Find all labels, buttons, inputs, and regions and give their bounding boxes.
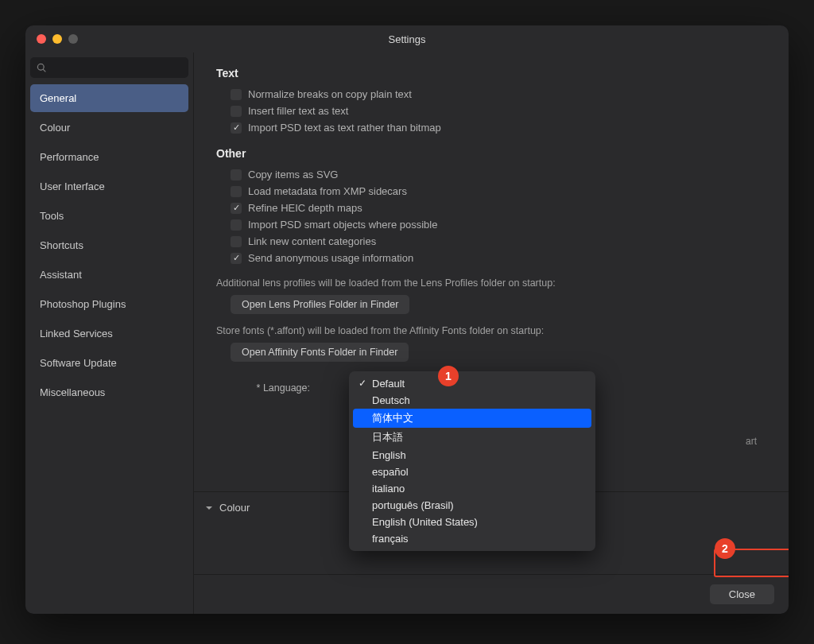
checkbox-icon[interactable] xyxy=(231,236,242,247)
opt-insert-filler[interactable]: Insert filler text as text xyxy=(216,103,766,119)
checkbox-label: Normalize breaks on copy plain text xyxy=(248,88,412,100)
window-title: Settings xyxy=(25,33,789,45)
settings-window: Settings General Colour Performance User… xyxy=(25,25,789,614)
sidebar-item-general[interactable]: General xyxy=(30,84,188,112)
checkbox-label: Copy items as SVG xyxy=(248,169,338,180)
search-icon xyxy=(37,63,47,73)
checkbox-label: Insert filler text as text xyxy=(248,105,348,117)
language-label: * Language: xyxy=(216,382,310,394)
sidebar-item-colour[interactable]: Colour xyxy=(30,114,188,142)
restart-hint-partial: art xyxy=(746,436,757,447)
language-option-espanol[interactable]: español xyxy=(353,464,591,480)
language-option-default[interactable]: Default xyxy=(353,375,591,392)
close-window-icon[interactable] xyxy=(37,34,46,44)
checkbox-label: Link new content categories xyxy=(248,235,376,247)
language-option-simplified-chinese[interactable]: 简体中文 xyxy=(353,409,591,428)
checkbox-icon[interactable] xyxy=(231,122,242,134)
opt-import-psd-text[interactable]: Import PSD text as text rather than bitm… xyxy=(216,119,766,136)
checkbox-icon[interactable] xyxy=(231,203,242,214)
colour-section-label: Colour xyxy=(219,502,250,514)
checkbox-icon[interactable] xyxy=(231,219,242,231)
section-other-heading: Other xyxy=(216,147,766,160)
open-affinity-fonts-button[interactable]: Open Affinity Fonts Folder in Finder xyxy=(231,343,409,362)
language-option-italiano[interactable]: italiano xyxy=(353,480,591,497)
checkbox-label: Load metadata from XMP sidecars xyxy=(248,185,407,197)
opt-psd-smart-objects[interactable]: Import PSD smart objects where possible xyxy=(216,216,766,233)
minimize-window-icon[interactable] xyxy=(52,34,62,44)
checkbox-icon[interactable] xyxy=(231,253,242,264)
sidebar-item-performance[interactable]: Performance xyxy=(30,143,188,171)
lens-profiles-desc: Additional lens profiles will be loaded … xyxy=(216,277,766,289)
opt-anon-usage[interactable]: Send anonymous usage information xyxy=(216,250,766,266)
sidebar: General Colour Performance User Interfac… xyxy=(25,52,194,614)
sidebar-item-user-interface[interactable]: User Interface xyxy=(30,173,188,200)
language-dropdown[interactable]: Default Deutsch 简体中文 日本語 English español… xyxy=(349,371,595,551)
annotation-callout-2: 2 xyxy=(715,538,735,559)
checkbox-label: Send anonymous usage information xyxy=(248,252,413,264)
footer: Close xyxy=(194,574,789,614)
section-text-heading: Text xyxy=(216,67,766,80)
checkbox-icon[interactable] xyxy=(231,106,242,117)
sidebar-item-assistant[interactable]: Assistant xyxy=(30,261,188,289)
language-option-japanese[interactable]: 日本語 xyxy=(353,428,591,447)
opt-refine-heic[interactable]: Refine HEIC depth maps xyxy=(216,200,766,216)
affinity-fonts-desc: Store fonts (*.affont) will be loaded fr… xyxy=(216,325,766,336)
sidebar-item-shortcuts[interactable]: Shortcuts xyxy=(30,231,188,259)
checkbox-icon[interactable] xyxy=(231,89,242,100)
titlebar: Settings xyxy=(25,25,789,52)
checkbox-label: Import PSD smart objects where possible xyxy=(248,219,437,231)
opt-load-xmp[interactable]: Load metadata from XMP sidecars xyxy=(216,183,766,200)
search-input[interactable] xyxy=(52,62,182,73)
checkbox-icon[interactable] xyxy=(231,186,242,197)
language-option-deutsch[interactable]: Deutsch xyxy=(353,392,591,409)
opt-link-content-categories[interactable]: Link new content categories xyxy=(216,233,766,250)
opt-normalize-breaks[interactable]: Normalize breaks on copy plain text xyxy=(216,86,766,103)
language-option-english[interactable]: English xyxy=(353,447,591,464)
sidebar-item-software-update[interactable]: Software Update xyxy=(30,349,188,377)
traffic-lights xyxy=(37,34,78,44)
annotation-callout-1: 1 xyxy=(438,366,459,386)
search-field[interactable] xyxy=(30,57,188,78)
sidebar-item-photoshop-plugins[interactable]: Photoshop Plugins xyxy=(30,290,188,318)
language-option-english-us[interactable]: English (United States) xyxy=(353,514,591,530)
checkbox-label: Import PSD text as text rather than bitm… xyxy=(248,122,441,134)
open-lens-profiles-button[interactable]: Open Lens Profiles Folder in Finder xyxy=(231,295,409,314)
sidebar-item-linked-services[interactable]: Linked Services xyxy=(30,320,188,347)
language-option-portugues-brasil[interactable]: português (Brasil) xyxy=(353,497,591,514)
checkbox-label: Refine HEIC depth maps xyxy=(248,202,362,214)
checkbox-icon[interactable] xyxy=(231,169,242,180)
sidebar-item-tools[interactable]: Tools xyxy=(30,202,188,230)
close-button[interactable]: Close xyxy=(710,584,774,604)
opt-copy-svg[interactable]: Copy items as SVG xyxy=(216,166,766,183)
language-option-francais[interactable]: français xyxy=(353,530,591,547)
chevron-down-icon xyxy=(205,504,213,512)
maximize-window-icon xyxy=(68,34,78,44)
sidebar-item-miscellaneous[interactable]: Miscellaneous xyxy=(30,378,188,406)
